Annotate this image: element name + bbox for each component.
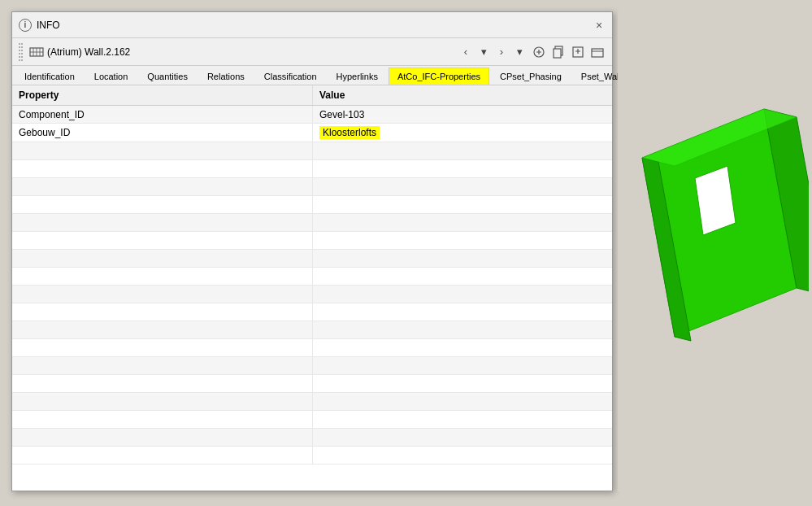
viewport-3d	[618, 11, 809, 491]
cell-property	[12, 375, 313, 392]
svg-rect-9	[592, 49, 603, 57]
table-row	[12, 303, 612, 321]
table-row	[12, 393, 612, 411]
wall-3d-svg	[618, 11, 809, 491]
cell-value	[313, 393, 612, 410]
table-header: Property Value	[12, 85, 612, 106]
tab-hyperlinks[interactable]: Hyperlinks	[328, 68, 387, 85]
svg-rect-7	[554, 49, 561, 58]
window-button[interactable]	[589, 44, 606, 60]
table-row	[12, 214, 612, 232]
toolbar-left: (Atrium) Wall.2.162	[19, 43, 130, 61]
table-row	[12, 375, 612, 393]
cell-property	[12, 250, 313, 267]
copy-button[interactable]	[550, 44, 567, 60]
close-button[interactable]: ×	[593, 19, 606, 32]
table-row	[12, 286, 612, 303]
highlighted-value: Kloosterlofts	[319, 126, 380, 139]
table-row	[12, 321, 612, 339]
link-icon-button[interactable]	[531, 44, 547, 60]
cell-value	[313, 303, 612, 321]
table-row	[12, 196, 612, 214]
cell-value	[313, 357, 612, 374]
tab-cpset-phasing[interactable]: CPset_Phasing	[491, 68, 571, 85]
tab-classification[interactable]: Classification	[255, 68, 326, 85]
nav-dropdown-button[interactable]: ▾	[475, 44, 492, 60]
cell-property	[12, 339, 313, 356]
cell-value	[313, 286, 612, 303]
object-reference: (Atrium) Wall.2.162	[29, 45, 130, 59]
table-row: Gebouw_IDKloosterlofts	[12, 124, 612, 142]
cell-value	[313, 142, 612, 159]
cell-property	[12, 303, 313, 321]
cell-property	[12, 178, 313, 195]
cell-value	[313, 178, 612, 195]
cell-value	[313, 429, 612, 446]
content-area: Property Value Component_IDGevel-103Gebo…	[12, 85, 612, 491]
tab-atco-ifc-properties[interactable]: AtCo_IFC-Properties	[389, 68, 489, 85]
cell-property	[12, 411, 313, 428]
cell-property	[12, 160, 313, 177]
tab-relations[interactable]: Relations	[198, 68, 254, 85]
column-property: Property	[12, 85, 313, 105]
title-bar: i INFO ×	[12, 12, 612, 38]
cell-property	[12, 429, 313, 446]
table-row	[12, 160, 612, 178]
nav-dropdown2-button[interactable]: ▾	[511, 44, 528, 60]
table-row	[12, 268, 612, 286]
cell-value	[313, 411, 612, 428]
cell-property: Component_ID	[12, 106, 313, 123]
cell-property	[12, 214, 313, 231]
tabs-bar: Identification Location Quantities Relat…	[12, 66, 612, 85]
tab-identification[interactable]: Identification	[15, 68, 84, 85]
table-row	[12, 447, 612, 465]
cell-property	[12, 232, 313, 249]
cell-property: Gebouw_ID	[12, 124, 313, 142]
table-row	[12, 429, 612, 447]
cell-value: Kloosterlofts	[313, 124, 612, 142]
export-button[interactable]	[570, 44, 586, 60]
cell-value	[313, 232, 612, 249]
cell-value	[313, 375, 612, 392]
info-icon: i	[19, 19, 32, 32]
tab-location[interactable]: Location	[85, 68, 137, 85]
cell-value	[313, 250, 612, 267]
toolbar-right: ‹ ▾ › ▾	[458, 44, 606, 60]
table-row	[12, 232, 612, 250]
cell-value	[313, 268, 612, 285]
window-title: INFO	[37, 20, 60, 31]
table-body: Component_IDGevel-103Gebouw_IDKloosterlo…	[12, 106, 612, 486]
cell-property	[12, 393, 313, 410]
nav-forward-button[interactable]: ›	[493, 44, 510, 60]
object-label: (Atrium) Wall.2.162	[47, 46, 130, 58]
cell-value	[313, 214, 612, 231]
column-value: Value	[313, 85, 612, 105]
cell-property	[12, 321, 313, 338]
cell-value	[313, 339, 612, 356]
wall-icon	[29, 45, 44, 59]
table-row	[12, 250, 612, 268]
nav-back-button[interactable]: ‹	[458, 44, 474, 60]
cell-value	[313, 447, 612, 464]
table-row	[12, 142, 612, 160]
table-row	[12, 357, 612, 375]
cell-property	[12, 286, 313, 303]
cell-value	[313, 160, 612, 177]
cell-property	[12, 268, 313, 285]
table-row: Component_IDGevel-103	[12, 106, 612, 124]
cell-value: Gevel-103	[313, 106, 612, 123]
table-row	[12, 411, 612, 429]
cell-value	[313, 196, 612, 213]
drag-handle	[19, 43, 23, 61]
tab-quantities[interactable]: Quantities	[138, 68, 197, 85]
cell-property	[12, 447, 313, 464]
toolbar: (Atrium) Wall.2.162 ‹ ▾ › ▾	[12, 38, 612, 66]
info-window: i INFO ×	[11, 11, 613, 491]
table-row	[12, 178, 612, 196]
cell-property	[12, 357, 313, 374]
cell-value	[313, 321, 612, 338]
nav-arrows: ‹ ▾ › ▾	[458, 44, 528, 60]
cell-property	[12, 142, 313, 159]
cell-property	[12, 196, 313, 213]
table-row	[12, 339, 612, 357]
